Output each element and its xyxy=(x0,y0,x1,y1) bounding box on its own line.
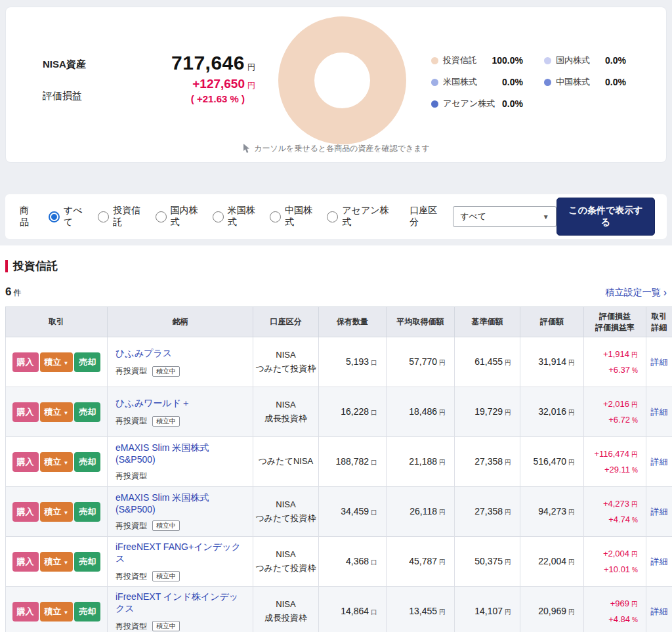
tsumitate-badge: 積立中 xyxy=(152,520,180,531)
fund-row: 購入積立▼売却 ひふみプラス 再投資型 積立中 NISA つみたて投資枠 5,1… xyxy=(6,337,672,387)
sell-button[interactable]: 売却 xyxy=(74,352,100,372)
radio-circle[interactable] xyxy=(156,211,167,222)
radio-option-us[interactable]: 米国株式 xyxy=(213,205,260,228)
result-count-unit: 件 xyxy=(13,288,21,297)
avg-price-cell: 21,188円 xyxy=(387,437,455,487)
yen-unit: 円 xyxy=(505,608,511,616)
legend-dot-domestic xyxy=(544,57,551,64)
yen-unit: 円 xyxy=(505,558,511,566)
fund-sub-row: 再投資型 積立中 xyxy=(116,366,245,377)
chart-legend: 投資信託 100.0% 国内株式 0.0% 米国株式 0.0% 中国株式 0.0… xyxy=(431,54,626,110)
trade-cell: 購入積立▼売却 xyxy=(6,537,108,587)
detail-link[interactable]: 詳細 xyxy=(651,457,668,467)
fund-row: 購入積立▼売却 ひふみワールド＋ 再投資型 積立中 NISA 成長投資枠 16,… xyxy=(6,387,672,437)
fund-name-link[interactable]: eMAXIS Slim 米国株式(S&P500) xyxy=(116,442,245,465)
account-cell: NISA つみたて投資枠 xyxy=(253,337,319,387)
donut-chart[interactable] xyxy=(278,16,406,144)
nisa-summary-card: NISA資産 評価損益 717,646円 +127,650円 ( +21.63 … xyxy=(5,7,667,163)
detail-link[interactable]: 詳細 xyxy=(651,407,668,417)
radio-option-china[interactable]: 中国株式 xyxy=(270,205,317,228)
tsumitate-button[interactable]: 積立▼ xyxy=(40,452,74,472)
tsumitate-button[interactable]: 積立▼ xyxy=(40,602,74,621)
dropdown-arrow-icon: ▼ xyxy=(64,610,69,616)
fund-name-link[interactable]: ひふみワールド＋ xyxy=(116,398,190,410)
quantity-unit: 口 xyxy=(371,509,377,516)
tsumitate-badge: 積立中 xyxy=(152,621,180,631)
buy-button[interactable]: 購入 xyxy=(12,552,39,572)
buy-button[interactable]: 購入 xyxy=(12,502,39,522)
tsumitate-button[interactable]: 積立▼ xyxy=(40,502,74,522)
sell-button[interactable]: 売却 xyxy=(74,602,100,621)
fund-type-label: 再投資型 xyxy=(116,520,147,532)
yen-unit: 円 xyxy=(568,459,575,466)
apply-filter-button[interactable]: この条件で表示する xyxy=(556,198,655,236)
fund-name-link[interactable]: iFreeNEXT FANG+インデックス xyxy=(116,541,245,565)
yen-unit: 円 xyxy=(439,558,446,566)
tsumitate-button[interactable]: 積立▼ xyxy=(40,552,74,572)
fund-name-link[interactable]: ひふみプラス xyxy=(116,348,172,360)
radio-circle[interactable] xyxy=(98,211,109,222)
radio-option-domestic[interactable]: 国内株式 xyxy=(156,205,203,228)
legend-label: 投資信託 xyxy=(443,54,477,66)
tsumitate-settings-link[interactable]: 積立設定一覧 › xyxy=(606,287,667,299)
sell-button[interactable]: 売却 xyxy=(74,402,100,422)
tsumitate-badge: 積立中 xyxy=(152,366,180,377)
sell-button[interactable]: 売却 xyxy=(74,502,100,522)
detail-link[interactable]: 詳細 xyxy=(651,557,668,566)
sell-button[interactable]: 売却 xyxy=(74,452,100,472)
filter-bar: 商品 すべて 投資信託 国内株式 米国株式 中国株式 アセアン株式 口座区分 す… xyxy=(5,194,667,239)
radio-circle[interactable] xyxy=(270,211,281,222)
fund-sub-row: 再投資型 積立中 xyxy=(116,520,245,532)
pl-rate: ( +21.63 % ) xyxy=(104,93,245,104)
pl-amount: +2,016円 xyxy=(584,399,638,410)
radio-label: 投資信託 xyxy=(113,205,145,228)
radio-option-all[interactable]: すべて xyxy=(49,205,88,228)
detail-link[interactable]: 詳細 xyxy=(651,606,668,616)
radio-circle[interactable] xyxy=(213,211,224,222)
account-select[interactable]: すべて ▼ xyxy=(453,206,556,227)
fund-type-label: 再投資型 xyxy=(116,366,147,377)
tsumitate-button[interactable]: 積立▼ xyxy=(40,402,74,422)
yen-unit: 円 xyxy=(439,359,446,366)
dropdown-arrow-icon: ▼ xyxy=(64,560,69,566)
base-price-cell: 27,358円 xyxy=(455,487,520,537)
fund-type-label: 再投資型 xyxy=(116,415,147,427)
buy-button[interactable]: 購入 xyxy=(12,602,39,621)
percent-unit: % xyxy=(632,467,638,474)
base-price-cell: 27,358円 xyxy=(455,437,520,487)
detail-link[interactable]: 詳細 xyxy=(651,507,668,516)
radio-circle[interactable] xyxy=(327,211,338,222)
buy-button[interactable]: 購入 xyxy=(12,452,39,472)
asset-value: 717,646 xyxy=(171,52,245,74)
radio-option-funds[interactable]: 投資信託 xyxy=(98,205,145,228)
base-price-cell: 14,107円 xyxy=(455,587,520,632)
detail-cell: 詳細 xyxy=(646,487,672,537)
tsumitate-button-label: 積立 xyxy=(45,557,62,566)
tsumitate-button-label: 積立 xyxy=(45,407,62,417)
name-cell: ひふみプラス 再投資型 積立中 xyxy=(108,337,253,387)
fund-name-link[interactable]: iFreeNEXT インド株インデックス xyxy=(116,591,245,615)
legend-item-us: 米国株式 0.0% xyxy=(431,76,523,88)
pl-rate: +6.37% xyxy=(584,365,638,375)
name-cell: ひふみワールド＋ 再投資型 積立中 xyxy=(108,387,253,437)
legend-label: 中国株式 xyxy=(556,76,590,88)
trade-cell: 購入積立▼売却 xyxy=(6,387,108,437)
buy-button[interactable]: 購入 xyxy=(12,402,39,422)
tsumitate-button[interactable]: 積立▼ xyxy=(40,352,74,372)
legend-dot-asean xyxy=(431,100,438,108)
content-panel: 投資信託 6件 積立設定一覧 › 取引 銘柄 口座区分 保有数量 平均取得価額 … xyxy=(0,245,672,632)
dropdown-arrow-icon: ▼ xyxy=(64,410,69,416)
yen-unit: 円 xyxy=(439,409,446,416)
buy-button[interactable]: 購入 xyxy=(12,352,39,372)
sell-button[interactable]: 売却 xyxy=(74,552,100,572)
cursor-icon xyxy=(242,144,251,154)
fund-type-label: 再投資型 xyxy=(116,471,147,482)
pl-amount: +4,273円 xyxy=(584,499,638,509)
section-accent-bar xyxy=(5,260,8,272)
yen-unit: 円 xyxy=(568,608,575,616)
detail-link[interactable]: 詳細 xyxy=(651,357,668,367)
radio-circle[interactable] xyxy=(49,211,60,222)
account-cell: NISA つみたて投資枠 xyxy=(253,537,319,587)
fund-name-link[interactable]: eMAXIS Slim 米国株式(S&P500) xyxy=(116,492,245,515)
radio-option-asean[interactable]: アセアン株式 xyxy=(327,205,392,228)
